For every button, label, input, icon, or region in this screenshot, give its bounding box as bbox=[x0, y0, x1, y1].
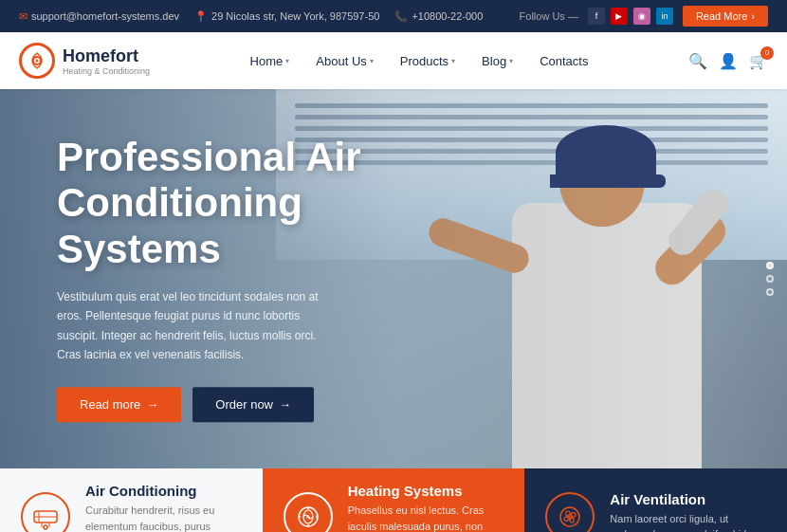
top-bar: ✉ support@homefort-systems.dev 📍 29 Nico… bbox=[0, 0, 787, 32]
logo: Homefort Heating & Conditioning bbox=[19, 43, 150, 79]
heating-card-text: Heating Systems Phasellus eu nisl lectus… bbox=[348, 483, 504, 532]
nav-menu: Home ▾ About Us ▾ Products ▾ Blog ▾ Cont… bbox=[239, 46, 600, 76]
service-card-ventilation[interactable]: Air Ventilation Nam laoreet orci ligula,… bbox=[524, 468, 787, 532]
slider-dots bbox=[766, 262, 774, 296]
email-contact: ✉ support@homefort-systems.dev bbox=[19, 10, 179, 23]
svg-point-1 bbox=[36, 60, 39, 63]
user-icon: 👤 bbox=[719, 52, 738, 70]
nav-about[interactable]: About Us ▾ bbox=[304, 46, 384, 76]
hero-content: Professional Air Conditioning Systems Ve… bbox=[57, 135, 417, 422]
heating-icon bbox=[284, 492, 333, 533]
ac-icon bbox=[21, 492, 70, 533]
phone-icon: 📞 bbox=[394, 10, 408, 23]
pin-icon: 📍 bbox=[194, 10, 208, 23]
top-bar-right: Follow Us — f ▶ ◉ in Read More › bbox=[520, 6, 768, 27]
nav-products[interactable]: Products ▾ bbox=[389, 46, 467, 76]
read-more-button[interactable]: Read more → bbox=[57, 388, 181, 423]
arrow-right-icon: › bbox=[751, 10, 755, 22]
nav-home[interactable]: Home ▾ bbox=[239, 46, 302, 76]
instagram-icon[interactable]: ◉ bbox=[633, 8, 650, 25]
youtube-icon[interactable]: ▶ bbox=[611, 8, 628, 25]
address-contact: 📍 29 Nicolas str, New York, 987597-50 bbox=[194, 10, 379, 23]
ac-desc: Curabitur hendrerit, risus eu elementum … bbox=[85, 503, 242, 532]
phone-contact: 📞 +10800-22-000 bbox=[394, 10, 483, 23]
heating-title: Heating Systems bbox=[348, 483, 504, 499]
slider-dot-1[interactable] bbox=[766, 262, 774, 269]
ventilation-desc: Nam laoreet orci ligula, ut malesuada ma… bbox=[610, 511, 766, 533]
logo-text: Homefort Heating & Conditioning bbox=[63, 46, 150, 76]
hero-title: Professional Air Conditioning Systems bbox=[57, 135, 417, 272]
social-icons: f ▶ ◉ in bbox=[588, 8, 673, 25]
ac-title: Air Conditioning bbox=[85, 483, 242, 499]
hero-section: Professional Air Conditioning Systems Ve… bbox=[0, 89, 787, 468]
ventilation-title: Air Ventilation bbox=[610, 491, 766, 507]
service-card-heating[interactable]: Heating Systems Phasellus eu nisl lectus… bbox=[263, 468, 525, 532]
slider-dot-3[interactable] bbox=[766, 288, 774, 296]
nav-icons: 🔍 👤 🛒 0 bbox=[688, 52, 768, 70]
slider-dot-2[interactable] bbox=[766, 275, 774, 283]
cart-button[interactable]: 🛒 0 bbox=[749, 52, 768, 70]
blog-arrow-icon: ▾ bbox=[509, 57, 513, 65]
account-button[interactable]: 👤 bbox=[719, 52, 738, 70]
svg-point-10 bbox=[306, 515, 310, 519]
search-icon: 🔍 bbox=[688, 52, 707, 70]
svg-point-5 bbox=[44, 525, 47, 529]
search-button[interactable]: 🔍 bbox=[688, 52, 707, 70]
email-icon: ✉ bbox=[19, 10, 27, 23]
top-bar-left: ✉ support@homefort-systems.dev 📍 29 Nico… bbox=[19, 10, 483, 23]
service-card-ac[interactable]: Air Conditioning Curabitur hendrerit, ri… bbox=[0, 468, 263, 532]
products-arrow-icon: ▾ bbox=[451, 57, 455, 65]
about-arrow-icon: ▾ bbox=[370, 57, 374, 65]
arrow-right-icon: → bbox=[279, 398, 291, 413]
linkedin-icon[interactable]: in bbox=[656, 8, 673, 25]
logo-name: Homefort bbox=[63, 46, 150, 66]
logo-icon bbox=[19, 43, 55, 79]
follow-label: Follow Us — bbox=[520, 10, 578, 22]
topbar-read-more-button[interactable]: Read More › bbox=[683, 6, 768, 27]
ventilation-card-text: Air Ventilation Nam laoreet orci ligula,… bbox=[610, 491, 766, 533]
cart-badge: 0 bbox=[760, 46, 774, 60]
ventilation-icon bbox=[545, 492, 595, 533]
navbar: Homefort Heating & Conditioning Home ▾ A… bbox=[0, 32, 787, 89]
logo-subtitle: Heating & Conditioning bbox=[63, 66, 150, 76]
arrow-right-icon: → bbox=[146, 398, 158, 413]
order-now-button[interactable]: Order now → bbox=[192, 388, 314, 423]
facebook-icon[interactable]: f bbox=[588, 8, 605, 25]
nav-contacts[interactable]: Contacts bbox=[528, 46, 599, 76]
nav-blog[interactable]: Blog ▾ bbox=[470, 46, 524, 76]
service-cards: Air Conditioning Curabitur hendrerit, ri… bbox=[0, 468, 787, 532]
hero-buttons: Read more → Order now → bbox=[57, 388, 417, 423]
hero-description: Vestibulum quis erat vel leo tincidunt s… bbox=[57, 287, 341, 365]
heating-desc: Phasellus eu nisl lectus. Cras iaculis m… bbox=[348, 503, 504, 532]
home-arrow-icon: ▾ bbox=[285, 57, 289, 65]
ac-card-text: Air Conditioning Curabitur hendrerit, ri… bbox=[85, 483, 242, 532]
